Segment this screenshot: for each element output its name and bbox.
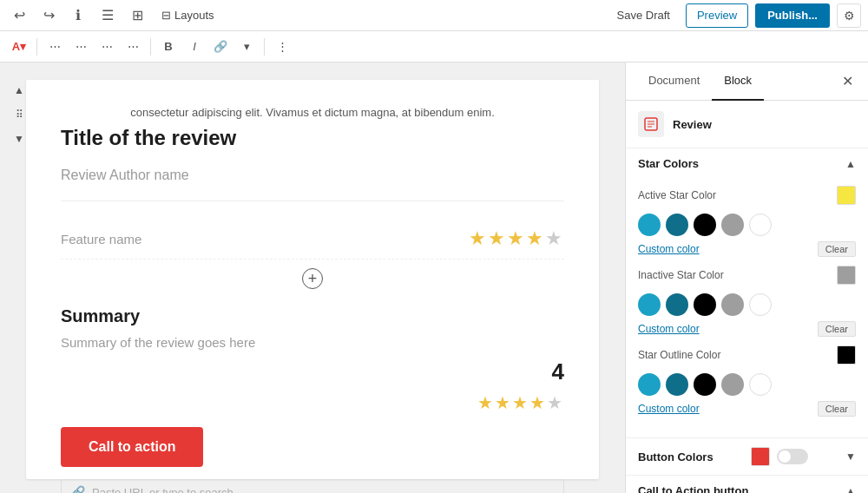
menu-button[interactable]: ☰ <box>95 3 120 28</box>
scroll-down-button[interactable]: ▼ <box>9 128 30 149</box>
summary-text[interactable]: Summary of the review goes here <box>61 335 564 350</box>
above-text: consectetur adipiscing elit. Vivamus et … <box>61 106 564 119</box>
active-star-color-links: Custom color Clear <box>638 241 856 257</box>
drag-handle[interactable]: ⠿ <box>9 104 30 125</box>
save-draft-button[interactable]: Save Draft <box>608 3 679 28</box>
align-left-button[interactable]: ⋯ <box>43 35 67 59</box>
info-button[interactable]: ℹ <box>66 3 90 28</box>
block-label: Review <box>673 118 712 131</box>
palette-black-2[interactable] <box>694 293 716 316</box>
button-colors-chevron: ▼ <box>845 450 856 463</box>
palette-teal-dark-1[interactable] <box>666 214 688 236</box>
cta-panel-header[interactable]: Call to Action button ▲ <box>626 476 868 493</box>
layouts-button[interactable]: ⊟ Layouts <box>155 3 221 28</box>
button-colors-toggle[interactable] <box>777 449 808 464</box>
palette-gray-1[interactable] <box>721 214 744 236</box>
outline-star-color-links: Custom color Clear <box>638 401 856 417</box>
sidebar-header: Document Block ✕ <box>626 62 868 101</box>
palette-gray-2[interactable] <box>721 293 744 316</box>
active-star-color-label: Active Star Color <box>638 189 830 201</box>
palette-white-1[interactable] <box>749 214 772 236</box>
preview-button[interactable]: Preview <box>686 3 748 28</box>
highlight-button[interactable]: A▾ <box>7 35 31 59</box>
inactive-star-swatch[interactable] <box>837 266 856 285</box>
sidebar-tabs: Document Block <box>636 62 764 101</box>
cta-button[interactable]: Call to action <box>61 427 203 467</box>
active-star-swatch[interactable] <box>837 186 856 205</box>
review-author[interactable]: Review Author name <box>61 168 564 201</box>
align-right-button[interactable]: ⋯ <box>95 35 119 59</box>
inactive-custom-color-link[interactable]: Custom color <box>638 323 700 335</box>
active-custom-color-link[interactable]: Custom color <box>638 243 700 255</box>
inactive-star-color-links: Custom color Clear <box>638 321 856 337</box>
tab-block[interactable]: Block <box>712 62 764 101</box>
outline-star-clear-button[interactable]: Clear <box>818 401 856 417</box>
bold-button[interactable]: B <box>156 35 181 59</box>
star-outline-color-label: Star Outline Color <box>638 349 830 361</box>
palette-white-3[interactable] <box>749 373 772 396</box>
right-sidebar: Document Block ✕ Review Star Colors ▲ <box>625 62 868 493</box>
inactive-star-color-row: Inactive Star Color <box>638 266 856 285</box>
block-inserter-button[interactable]: ⊞ <box>125 3 149 28</box>
sidebar-close-button[interactable]: ✕ <box>837 71 858 92</box>
separator3 <box>264 38 265 56</box>
cta-chevron: ▲ <box>845 485 856 494</box>
top-bar: ↩ ↪ ℹ ☰ ⊞ ⊟ Layouts Save Draft Preview P… <box>0 0 868 31</box>
format-bar: A▾ ⋯ ⋯ ⋯ ⋯ B I 🔗 ▾ ⋮ <box>0 31 868 62</box>
cta-panel: Call to Action button ▲ Enable <box>626 476 868 493</box>
active-star-clear-button[interactable]: Clear <box>818 241 856 257</box>
add-block-row[interactable]: + <box>61 260 564 298</box>
editor-content: consectetur adipiscing elit. Vivamus et … <box>26 80 599 479</box>
publish-button[interactable]: Publish... <box>755 3 830 28</box>
summary-section: Summary Summary of the review goes here … <box>61 306 564 493</box>
more-options-button[interactable]: ⋮ <box>270 35 294 59</box>
palette-black-3[interactable] <box>694 373 716 396</box>
palette-teal-dark-3[interactable] <box>666 373 688 396</box>
align-justify-button[interactable]: ⋯ <box>121 35 145 59</box>
url-placeholder-text[interactable]: Paste URL or type to search <box>92 486 233 494</box>
layouts-label: Layouts <box>174 9 214 22</box>
url-row: 🔗 Paste URL or type to search <box>61 479 564 493</box>
palette-teal-light-2[interactable] <box>638 293 661 316</box>
settings-button[interactable]: ⚙ <box>837 3 861 28</box>
star-outline-swatch[interactable] <box>837 345 856 365</box>
redo-button[interactable]: ↪ <box>36 3 61 28</box>
align-center-button[interactable]: ⋯ <box>69 35 93 59</box>
layouts-icon: ⊟ <box>161 9 171 22</box>
summary-heading[interactable]: Summary <box>61 306 564 326</box>
star-outline-color-row: Star Outline Color <box>638 345 856 365</box>
palette-white-2[interactable] <box>749 293 772 316</box>
scroll-up-button[interactable]: ▲ <box>9 80 30 101</box>
summary-stars: ★★★★★ <box>477 392 564 413</box>
feature-stars: ★★★★★ <box>469 227 564 250</box>
top-bar-left: ↩ ↪ ℹ ☰ ⊞ ⊟ Layouts <box>7 3 603 28</box>
palette-teal-dark-2[interactable] <box>666 293 688 316</box>
star-colors-panel-header[interactable]: Star Colors ▲ <box>626 148 868 179</box>
palette-teal-light-3[interactable] <box>638 373 661 396</box>
palette-black-1[interactable] <box>694 214 716 236</box>
inactive-star-clear-button[interactable]: Clear <box>818 321 856 337</box>
undo-button[interactable]: ↩ <box>7 3 31 28</box>
main-area: ▲ ⠿ ▼ consectetur adipiscing elit. Vivam… <box>0 62 868 493</box>
feature-row: Feature name ★★★★★ <box>61 219 564 260</box>
active-star-color-row: Active Star Color <box>638 186 856 205</box>
review-title[interactable]: Title of the review <box>61 126 564 150</box>
more-formats-button[interactable]: ▾ <box>234 35 259 59</box>
button-color-swatch[interactable] <box>751 447 770 466</box>
outline-star-palette <box>638 373 856 396</box>
editor-wrap: ▲ ⠿ ▼ consectetur adipiscing elit. Vivam… <box>0 62 625 493</box>
outline-custom-color-link[interactable]: Custom color <box>638 403 700 415</box>
feature-name-label[interactable]: Feature name <box>61 232 141 246</box>
separator <box>36 38 37 56</box>
button-colors-panel-header[interactable]: Button Colors ▼ <box>626 438 868 475</box>
cta-panel-title: Call to Action button <box>638 484 748 493</box>
italic-button[interactable]: I <box>182 35 207 59</box>
star-colors-panel: Star Colors ▲ Active Star Color Custo <box>626 148 868 438</box>
palette-teal-light-1[interactable] <box>638 214 661 236</box>
palette-gray-3[interactable] <box>721 373 744 396</box>
tab-document[interactable]: Document <box>636 62 712 101</box>
score-number: 4 <box>552 358 564 385</box>
star-colors-title: Star Colors <box>638 157 699 170</box>
link-button[interactable]: 🔗 <box>208 35 233 59</box>
score-row: 4 <box>61 358 564 385</box>
